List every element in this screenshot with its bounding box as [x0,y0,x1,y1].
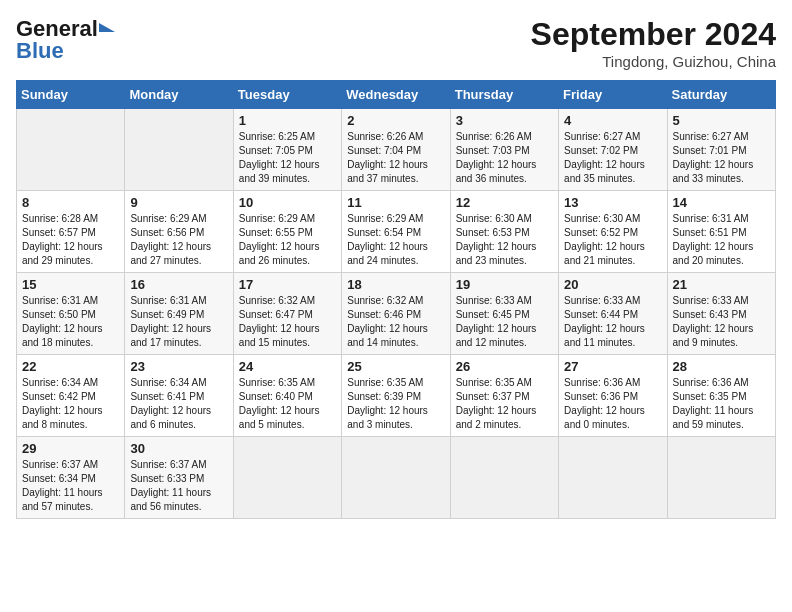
day-cell-19: 19Sunrise: 6:33 AMSunset: 6:45 PMDayligh… [450,273,558,355]
day-number: 5 [673,113,770,128]
day-cell-14: 14Sunrise: 6:31 AMSunset: 6:51 PMDayligh… [667,191,775,273]
location: Tingdong, Guizhou, China [531,53,776,70]
empty-cell [450,437,558,519]
day-cell-12: 12Sunrise: 6:30 AMSunset: 6:53 PMDayligh… [450,191,558,273]
day-info: Sunrise: 6:27 AMSunset: 7:01 PMDaylight:… [673,130,770,186]
day-number: 10 [239,195,336,210]
day-info: Sunrise: 6:35 AMSunset: 6:40 PMDaylight:… [239,376,336,432]
day-cell-9: 9Sunrise: 6:29 AMSunset: 6:56 PMDaylight… [125,191,233,273]
day-number: 23 [130,359,227,374]
day-cell-29: 29Sunrise: 6:37 AMSunset: 6:34 PMDayligh… [17,437,125,519]
day-cell-13: 13Sunrise: 6:30 AMSunset: 6:52 PMDayligh… [559,191,667,273]
day-number: 2 [347,113,444,128]
day-number: 18 [347,277,444,292]
day-number: 16 [130,277,227,292]
title-area: September 2024 Tingdong, Guizhou, China [531,16,776,70]
week-row-4: 22Sunrise: 6:34 AMSunset: 6:42 PMDayligh… [17,355,776,437]
day-info: Sunrise: 6:29 AMSunset: 6:55 PMDaylight:… [239,212,336,268]
day-cell-15: 15Sunrise: 6:31 AMSunset: 6:50 PMDayligh… [17,273,125,355]
day-cell-24: 24Sunrise: 6:35 AMSunset: 6:40 PMDayligh… [233,355,341,437]
day-info: Sunrise: 6:35 AMSunset: 6:39 PMDaylight:… [347,376,444,432]
day-cell-28: 28Sunrise: 6:36 AMSunset: 6:35 PMDayligh… [667,355,775,437]
day-number: 22 [22,359,119,374]
col-header-sunday: Sunday [17,81,125,109]
week-row-3: 15Sunrise: 6:31 AMSunset: 6:50 PMDayligh… [17,273,776,355]
day-info: Sunrise: 6:26 AMSunset: 7:04 PMDaylight:… [347,130,444,186]
col-header-monday: Monday [125,81,233,109]
day-number: 3 [456,113,553,128]
day-info: Sunrise: 6:30 AMSunset: 6:53 PMDaylight:… [456,212,553,268]
day-info: Sunrise: 6:34 AMSunset: 6:42 PMDaylight:… [22,376,119,432]
day-number: 15 [22,277,119,292]
day-number: 20 [564,277,661,292]
day-info: Sunrise: 6:32 AMSunset: 6:47 PMDaylight:… [239,294,336,350]
day-number: 14 [673,195,770,210]
day-cell-20: 20Sunrise: 6:33 AMSunset: 6:44 PMDayligh… [559,273,667,355]
day-number: 28 [673,359,770,374]
day-info: Sunrise: 6:33 AMSunset: 6:44 PMDaylight:… [564,294,661,350]
day-number: 9 [130,195,227,210]
day-info: Sunrise: 6:25 AMSunset: 7:05 PMDaylight:… [239,130,336,186]
day-number: 4 [564,113,661,128]
day-info: Sunrise: 6:28 AMSunset: 6:57 PMDaylight:… [22,212,119,268]
header: General Blue September 2024 Tingdong, Gu… [16,16,776,70]
day-info: Sunrise: 6:36 AMSunset: 6:35 PMDaylight:… [673,376,770,432]
day-number: 27 [564,359,661,374]
day-info: Sunrise: 6:29 AMSunset: 6:56 PMDaylight:… [130,212,227,268]
day-info: Sunrise: 6:36 AMSunset: 6:36 PMDaylight:… [564,376,661,432]
day-cell-17: 17Sunrise: 6:32 AMSunset: 6:47 PMDayligh… [233,273,341,355]
day-number: 25 [347,359,444,374]
empty-cell [233,437,341,519]
day-info: Sunrise: 6:26 AMSunset: 7:03 PMDaylight:… [456,130,553,186]
col-header-friday: Friday [559,81,667,109]
day-info: Sunrise: 6:33 AMSunset: 6:45 PMDaylight:… [456,294,553,350]
day-info: Sunrise: 6:30 AMSunset: 6:52 PMDaylight:… [564,212,661,268]
day-cell-25: 25Sunrise: 6:35 AMSunset: 6:39 PMDayligh… [342,355,450,437]
day-cell-8: 8Sunrise: 6:28 AMSunset: 6:57 PMDaylight… [17,191,125,273]
day-cell-18: 18Sunrise: 6:32 AMSunset: 6:46 PMDayligh… [342,273,450,355]
empty-cell [342,437,450,519]
day-number: 26 [456,359,553,374]
empty-cell [667,437,775,519]
week-row-5: 29Sunrise: 6:37 AMSunset: 6:34 PMDayligh… [17,437,776,519]
empty-cell [559,437,667,519]
calendar-table: SundayMondayTuesdayWednesdayThursdayFrid… [16,80,776,519]
week-row-2: 8Sunrise: 6:28 AMSunset: 6:57 PMDaylight… [17,191,776,273]
day-number: 12 [456,195,553,210]
day-cell-27: 27Sunrise: 6:36 AMSunset: 6:36 PMDayligh… [559,355,667,437]
day-cell-3: 3Sunrise: 6:26 AMSunset: 7:03 PMDaylight… [450,109,558,191]
day-cell-5: 5Sunrise: 6:27 AMSunset: 7:01 PMDaylight… [667,109,775,191]
day-cell-2: 2Sunrise: 6:26 AMSunset: 7:04 PMDaylight… [342,109,450,191]
logo-blue: Blue [16,38,64,64]
col-header-tuesday: Tuesday [233,81,341,109]
day-info: Sunrise: 6:31 AMSunset: 6:51 PMDaylight:… [673,212,770,268]
day-number: 17 [239,277,336,292]
day-info: Sunrise: 6:27 AMSunset: 7:02 PMDaylight:… [564,130,661,186]
empty-cell [17,109,125,191]
calendar-body: 1Sunrise: 6:25 AMSunset: 7:05 PMDaylight… [17,109,776,519]
day-number: 30 [130,441,227,456]
day-info: Sunrise: 6:29 AMSunset: 6:54 PMDaylight:… [347,212,444,268]
week-row-1: 1Sunrise: 6:25 AMSunset: 7:05 PMDaylight… [17,109,776,191]
day-info: Sunrise: 6:34 AMSunset: 6:41 PMDaylight:… [130,376,227,432]
day-info: Sunrise: 6:31 AMSunset: 6:50 PMDaylight:… [22,294,119,350]
day-info: Sunrise: 6:32 AMSunset: 6:46 PMDaylight:… [347,294,444,350]
logo-arrow-icon [99,23,115,32]
col-header-wednesday: Wednesday [342,81,450,109]
day-number: 13 [564,195,661,210]
day-cell-4: 4Sunrise: 6:27 AMSunset: 7:02 PMDaylight… [559,109,667,191]
day-info: Sunrise: 6:35 AMSunset: 6:37 PMDaylight:… [456,376,553,432]
day-cell-11: 11Sunrise: 6:29 AMSunset: 6:54 PMDayligh… [342,191,450,273]
day-cell-10: 10Sunrise: 6:29 AMSunset: 6:55 PMDayligh… [233,191,341,273]
day-cell-26: 26Sunrise: 6:35 AMSunset: 6:37 PMDayligh… [450,355,558,437]
day-cell-16: 16Sunrise: 6:31 AMSunset: 6:49 PMDayligh… [125,273,233,355]
calendar-header-row: SundayMondayTuesdayWednesdayThursdayFrid… [17,81,776,109]
day-number: 11 [347,195,444,210]
col-header-thursday: Thursday [450,81,558,109]
day-info: Sunrise: 6:37 AMSunset: 6:34 PMDaylight:… [22,458,119,514]
day-cell-22: 22Sunrise: 6:34 AMSunset: 6:42 PMDayligh… [17,355,125,437]
empty-cell [125,109,233,191]
month-year: September 2024 [531,16,776,53]
day-number: 1 [239,113,336,128]
day-cell-30: 30Sunrise: 6:37 AMSunset: 6:33 PMDayligh… [125,437,233,519]
